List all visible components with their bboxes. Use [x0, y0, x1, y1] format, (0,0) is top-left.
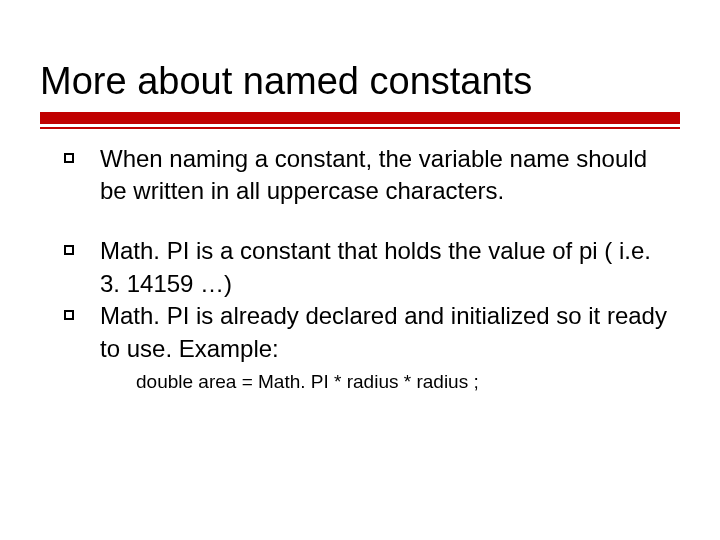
- bullet-list: When naming a constant, the variable nam…: [40, 143, 680, 365]
- rule-thick: [40, 112, 680, 124]
- title-underline: [40, 112, 680, 129]
- bullet-item: Math. PI is a constant that holds the va…: [64, 235, 670, 300]
- bullet-text: Math. PI is already declared and initial…: [100, 302, 667, 361]
- slide-title: More about named constants: [40, 60, 680, 104]
- rule-thin: [40, 127, 680, 129]
- code-example: double area = Math. PI * radius * radius…: [40, 369, 680, 396]
- bullet-item: When naming a constant, the variable nam…: [64, 143, 670, 208]
- bullet-text: Math. PI is a constant that holds the va…: [100, 237, 651, 296]
- slide: More about named constants When naming a…: [0, 0, 720, 540]
- bullet-item: Math. PI is already declared and initial…: [64, 300, 670, 365]
- bullet-text: When naming a constant, the variable nam…: [100, 145, 647, 204]
